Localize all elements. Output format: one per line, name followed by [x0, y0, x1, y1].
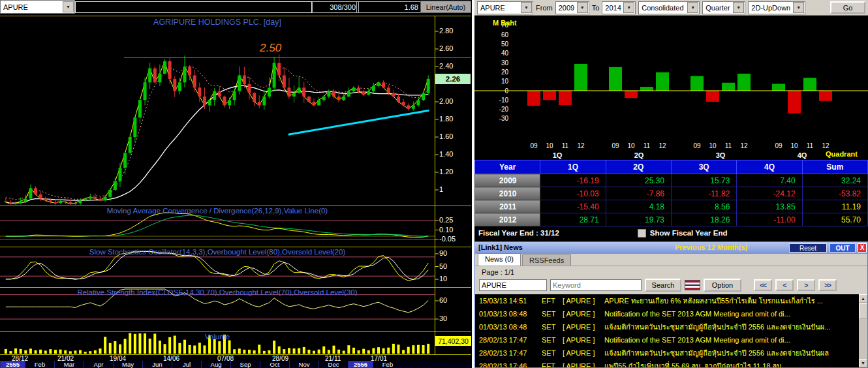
table-row[interactable]: 2011-15.404.188.5613.8511.19 [475, 200, 868, 213]
chevron-down-icon[interactable]: ▼ [687, 2, 698, 13]
table-row-year: 2009 [475, 174, 540, 187]
tab-news[interactable]: News (0) [478, 253, 521, 266]
price-axis-label: 2.60 [439, 44, 453, 52]
table-row[interactable]: 2010-10.03-7.86-11.82-24.12-53.82 [475, 187, 868, 200]
table-cell-sum: 55.70 [802, 213, 867, 226]
timeline-year[interactable]: 2555 [0, 361, 25, 368]
svg-text:11: 11 [807, 142, 814, 149]
table-cell: 25.30 [606, 174, 671, 187]
timeline-month[interactable]: Dec [318, 361, 348, 368]
out-button[interactable]: OUT [829, 243, 856, 253]
timeline-month[interactable]: Aug [201, 361, 230, 368]
chevron-down-icon[interactable]: ▼ [521, 2, 532, 13]
timeline-month[interactable]: Jun [142, 361, 172, 368]
timeline-month[interactable]: May [113, 361, 142, 368]
first-page-button[interactable]: << [754, 279, 772, 291]
timeline-month[interactable]: Apr [84, 361, 113, 368]
timeline-month[interactable]: Feb [373, 361, 402, 368]
option-button[interactable]: Option [704, 279, 741, 292]
prev-page-button[interactable]: < [775, 279, 794, 291]
table-row[interactable]: 2009-16.1925.3015.737.4032.24 [475, 174, 868, 187]
quarterly-results-table: Year1Q2Q3Q4QSum2009-16.1925.3015.737.403… [474, 160, 868, 226]
scroll-down-icon[interactable]: ▼ [859, 359, 867, 367]
price-chart-canvas [0, 0, 472, 368]
chevron-down-icon[interactable]: ▼ [793, 2, 804, 13]
trading-workspace: APURE ▼ 308/300 1.68 Linear(Auto) AGRIPU… [0, 0, 868, 368]
period-combobox[interactable]: Quarter ▼ [702, 1, 745, 14]
table-row-year: 2010 [475, 187, 540, 200]
news-datetime: 28/02/13 17:46 [479, 362, 542, 367]
period-value: Quarter [703, 4, 730, 12]
last-price-tag: 2.26 [435, 74, 471, 84]
stochastics-panel-title: Slow Stochastics Oscillator(14,3,3),Over… [0, 248, 435, 256]
news-item[interactable]: 28/02/13 17:47SET[ APURE ]แจ้งมติกำหนดวั… [475, 346, 867, 360]
news-window: [Link1] News Previous 12 Month(s) Reset … [474, 241, 868, 368]
chevron-down-icon[interactable]: ▼ [577, 2, 588, 13]
table-cell: 4.18 [606, 200, 671, 213]
symbol-combobox-right[interactable]: APURE ▼ [477, 1, 533, 14]
chevron-down-icon[interactable]: ▼ [623, 2, 634, 13]
table-cell: -7.86 [606, 187, 671, 200]
news-scrollbar[interactable]: ▲ ▼ [859, 294, 867, 367]
reset-button[interactable]: Reset [789, 243, 827, 253]
table-cell: -24.12 [737, 187, 802, 200]
go-button[interactable]: Go [830, 1, 865, 14]
svg-text:-20: -20 [499, 106, 509, 113]
svg-text:-30: -30 [499, 115, 509, 122]
table-header-1q: 1Q [540, 161, 606, 174]
close-icon[interactable]: X [858, 243, 867, 253]
from-year-combobox[interactable]: 2009 ▼ [555, 1, 589, 14]
news-item[interactable]: 28/02/13 17:46EFT[ APURE ]แพปี55 กำไรเพิ… [475, 360, 867, 367]
news-headline: Notification of the SET 2013 AGM Meeting… [604, 310, 867, 318]
news-source: SET [542, 310, 563, 318]
svg-text:3Q: 3Q [716, 151, 726, 159]
news-source: SET [542, 349, 563, 357]
to-year-combobox[interactable]: 2014 ▼ [602, 1, 636, 14]
page-indicator: Page : 1/1 [482, 268, 514, 276]
timeline-month[interactable]: Nov [289, 361, 318, 368]
thailand-flag-icon[interactable] [685, 280, 700, 290]
statement-value: Consolidated [639, 4, 683, 12]
table-cell: 7.40 [737, 174, 802, 187]
svg-text:11: 11 [725, 142, 732, 149]
table-row[interactable]: 201228.7119.7318.26-11.0055.70 [475, 213, 868, 226]
fiscal-year-label: Fiscal Year End : 31/12 [478, 229, 559, 237]
news-item[interactable]: 01/03/13 08:48SET[ APURE ]Notification o… [475, 307, 867, 320]
svg-text:09: 09 [530, 142, 538, 149]
show-fiscal-year-checkbox[interactable] [638, 229, 646, 238]
table-header-year: Year [475, 161, 540, 174]
chevron-down-icon[interactable]: ▼ [733, 2, 744, 13]
news-item[interactable]: 01/03/13 08:48SET[ APURE ]แจ้งมติกำหนดวั… [475, 320, 867, 333]
timeline-month[interactable]: Oct [260, 361, 289, 368]
news-symbol-input[interactable] [479, 279, 547, 291]
chevron-down-icon[interactable]: ▼ [63, 1, 74, 12]
last-change-value: 1.68 [356, 1, 422, 13]
search-button[interactable]: Search [645, 279, 681, 292]
next-page-button[interactable]: > [797, 279, 815, 291]
svg-text:20: 20 [501, 69, 509, 76]
news-item[interactable]: 15/03/13 14:51EFT[ APURE ]APURE ทะยานเกื… [475, 294, 867, 307]
timeline-month[interactable]: Feb [25, 361, 54, 368]
timeline-month[interactable]: Jul [172, 361, 201, 368]
news-datetime: 15/03/13 14:51 [479, 297, 542, 305]
last-page-button[interactable]: >> [818, 279, 837, 291]
chart-style-combobox[interactable]: 2D-UpDown ▼ [748, 1, 805, 14]
keyword-input[interactable] [550, 279, 642, 291]
timeline-bar[interactable]: 2555FebMarAprMayJunJulAugSepOctNovDec255… [0, 361, 472, 368]
timeline-month[interactable]: Sep [230, 361, 260, 368]
scroll-up-icon[interactable]: ▲ [859, 294, 867, 303]
command-input[interactable] [75, 1, 312, 13]
timeline-year[interactable]: 2556 [348, 361, 373, 368]
table-header-2q: 2Q [606, 161, 671, 174]
price-chart-panel: APURE ▼ 308/300 1.68 Linear(Auto) AGRIPU… [0, 0, 472, 368]
news-symbol: [ APURE ] [563, 349, 604, 357]
news-headline: แจ้งมติกำหนดวันประชุมสามัญผู้ถือหุ้นประจ… [604, 347, 867, 359]
symbol-combobox[interactable]: APURE ▼ [0, 0, 75, 14]
scrollbar-thumb[interactable] [859, 303, 867, 319]
news-symbol: [ APURE ] [563, 310, 604, 318]
timeline-month[interactable]: Mar [54, 361, 84, 368]
statement-combobox[interactable]: Consolidated ▼ [638, 1, 700, 14]
news-item[interactable]: 28/02/13 17:47SET[ APURE ]Notification o… [475, 333, 867, 346]
date-axis: 28/1221/0219/0414/0607/0828/0921/1117/01 [0, 355, 435, 361]
tab-rssfeeds[interactable]: RSSFeeds [522, 254, 571, 266]
